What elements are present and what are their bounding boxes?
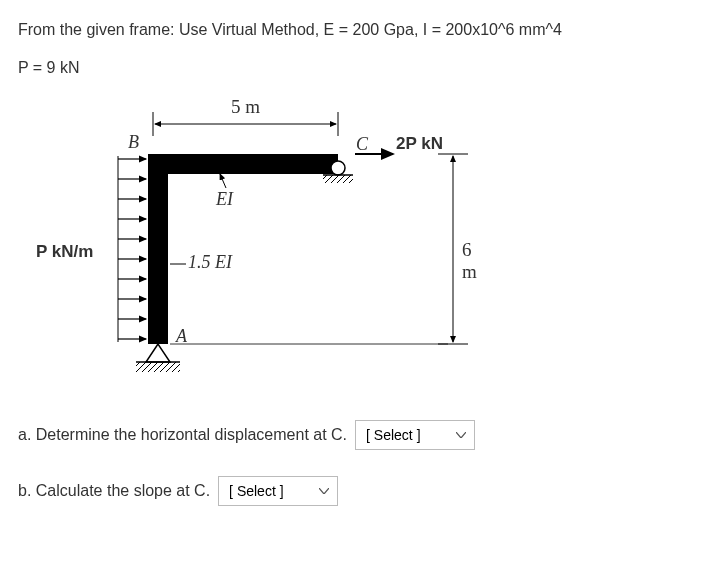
ei-left-label: 1.5 EI [188, 252, 232, 273]
question-b-select[interactable]: [ Select ] [218, 476, 338, 506]
svg-point-3 [331, 161, 345, 175]
node-a-label: A [176, 326, 187, 347]
distributed-load-label: P kN/m [36, 242, 93, 262]
dim-top-label: 5 m [231, 96, 260, 118]
distributed-load-arrows [118, 156, 146, 342]
point-load-label: 2P kN [396, 134, 443, 154]
node-c-label: C [356, 134, 368, 155]
question-a-select[interactable]: [ Select ] [355, 420, 475, 450]
question-b-text: b. Calculate the slope at C. [18, 482, 210, 500]
pin-support-a [136, 344, 180, 372]
problem-statement-line2: P = 9 kN [18, 56, 689, 80]
problem-statement-line1: From the given frame: Use Virtual Method… [18, 18, 689, 42]
svg-rect-4 [323, 175, 353, 183]
svg-rect-1 [136, 362, 180, 372]
dim-right-label: 6 m [462, 239, 488, 283]
member-ab [148, 154, 168, 344]
ei-top-label: EI [216, 189, 233, 210]
node-b-label: B [128, 132, 139, 153]
question-a-row: a. Determine the horizontal displacement… [18, 420, 689, 450]
member-bc [148, 154, 338, 174]
svg-marker-0 [146, 344, 170, 362]
frame-diagram: B C A 5 m 6 m P kN/m 2P kN EI 1.5 EI [18, 94, 488, 394]
ei-top-pointer [220, 174, 226, 188]
question-a-text: a. Determine the horizontal displacement… [18, 426, 347, 444]
question-b-row: b. Calculate the slope at C. [ Select ] [18, 476, 689, 506]
